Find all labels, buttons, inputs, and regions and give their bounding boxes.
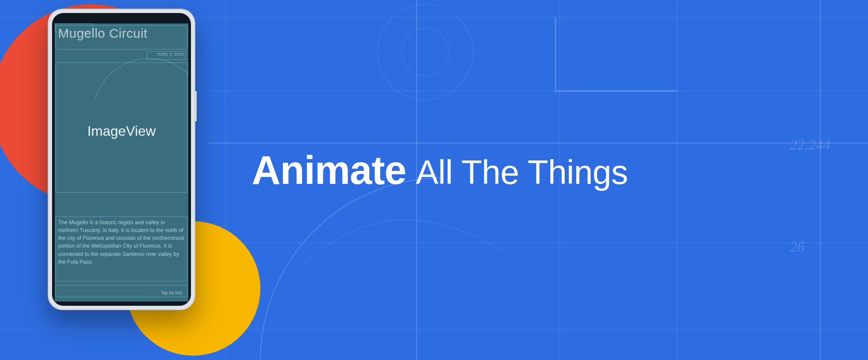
- headline-thin: All The Things: [416, 153, 628, 192]
- screen-title: Mugello Circuit: [58, 26, 148, 41]
- phone-power-button: [195, 91, 197, 121]
- screen-date: JUNE 3, 2018: [157, 52, 184, 56]
- blueprint-annotation-2: 26: [790, 239, 805, 255]
- imageview-label: ImageView: [55, 123, 188, 139]
- svg-point-10: [378, 4, 473, 100]
- phone-bezel: Mugello Circuit JUNE 3, 2018 ImageView T…: [52, 13, 191, 306]
- hero-banner: 22,244 26 Mugello Circuit JUNE 3, 2018 I…: [0, 0, 868, 360]
- screen-description: The Mugello is a historic region and val…: [58, 219, 185, 266]
- svg-point-11: [401, 28, 449, 76]
- headline: Animate All The Things: [252, 147, 851, 193]
- headline-bold: Animate: [252, 147, 406, 193]
- tap-hint: Tap for info: [161, 291, 182, 295]
- phone-screen: Mugello Circuit JUNE 3, 2018 ImageView T…: [55, 23, 188, 301]
- phone-mockup: Mugello Circuit JUNE 3, 2018 ImageView T…: [48, 9, 195, 310]
